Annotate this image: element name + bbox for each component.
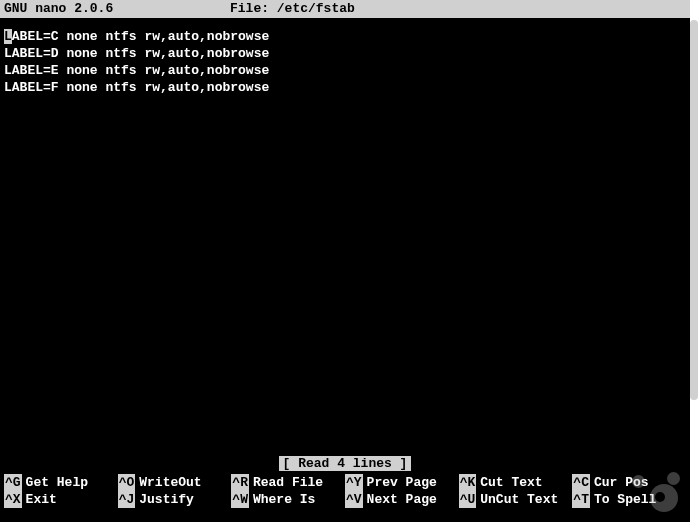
shortcut-key: ^X <box>4 491 22 508</box>
shortcut-key: ^U <box>459 491 477 508</box>
shortcut-label: Read File <box>253 474 323 491</box>
shortcut-label: Justify <box>139 491 194 508</box>
file-name: File: /etc/fstab <box>230 0 690 18</box>
shortcut-key: ^K <box>459 474 477 491</box>
shortcut-key: ^V <box>345 491 363 508</box>
status-line: [ Read 4 lines ] <box>0 455 690 472</box>
shortcut-label: Get Help <box>26 474 88 491</box>
terminal-window: GNU nano 2.0.6 File: /etc/fstab LABEL=C … <box>0 0 690 522</box>
shortcut-label: Exit <box>26 491 57 508</box>
shortcut-justify[interactable]: ^J Justify <box>118 491 232 508</box>
shortcut-get-help[interactable]: ^G Get Help <box>4 474 118 491</box>
text-line[interactable]: LABEL=D none ntfs rw,auto,nobrowse <box>4 45 690 62</box>
shortcut-bar: ^G Get Help ^O WriteOut ^R Read File ^Y … <box>4 474 686 508</box>
shortcut-exit[interactable]: ^X Exit <box>4 491 118 508</box>
shortcut-read-file[interactable]: ^R Read File <box>231 474 345 491</box>
scrollbar-thumb[interactable] <box>690 20 698 400</box>
shortcut-uncut-text[interactable]: ^U UnCut Text <box>459 491 573 508</box>
shortcut-key: ^W <box>231 491 249 508</box>
shortcut-key: ^T <box>572 491 590 508</box>
editor-content-area[interactable]: LABEL=C none ntfs rw,auto,nobrowse LABEL… <box>0 18 690 96</box>
shortcut-cut-text[interactable]: ^K Cut Text <box>459 474 573 491</box>
shortcut-prev-page[interactable]: ^Y Prev Page <box>345 474 459 491</box>
shortcut-next-page[interactable]: ^V Next Page <box>345 491 459 508</box>
shortcut-key: ^O <box>118 474 136 491</box>
shortcut-key: ^R <box>231 474 249 491</box>
shortcut-key: ^J <box>118 491 136 508</box>
shortcut-key: ^G <box>4 474 22 491</box>
text-line[interactable]: LABEL=F none ntfs rw,auto,nobrowse <box>4 79 690 96</box>
shortcut-label: Where Is <box>253 491 315 508</box>
shortcut-where-is[interactable]: ^W Where Is <box>231 491 345 508</box>
line-text: ABEL=C none ntfs rw,auto,nobrowse <box>12 29 269 44</box>
scrollbar-track[interactable] <box>690 0 698 522</box>
watermark-logo-icon <box>628 470 682 514</box>
text-cursor: L <box>4 29 12 44</box>
shortcut-label: UnCut Text <box>480 491 558 508</box>
shortcut-key: ^Y <box>345 474 363 491</box>
shortcut-label: Prev Page <box>367 474 437 491</box>
status-message: [ Read 4 lines ] <box>279 456 412 471</box>
editor-header: GNU nano 2.0.6 File: /etc/fstab <box>0 0 690 18</box>
text-line[interactable]: LABEL=E none ntfs rw,auto,nobrowse <box>4 62 690 79</box>
shortcut-label: WriteOut <box>139 474 201 491</box>
shortcut-label: Next Page <box>367 491 437 508</box>
shortcut-writeout[interactable]: ^O WriteOut <box>118 474 232 491</box>
shortcut-key: ^C <box>572 474 590 491</box>
shortcut-label: Cut Text <box>480 474 542 491</box>
text-line[interactable]: LABEL=C none ntfs rw,auto,nobrowse <box>4 28 690 45</box>
app-name: GNU nano 2.0.6 <box>0 0 230 18</box>
